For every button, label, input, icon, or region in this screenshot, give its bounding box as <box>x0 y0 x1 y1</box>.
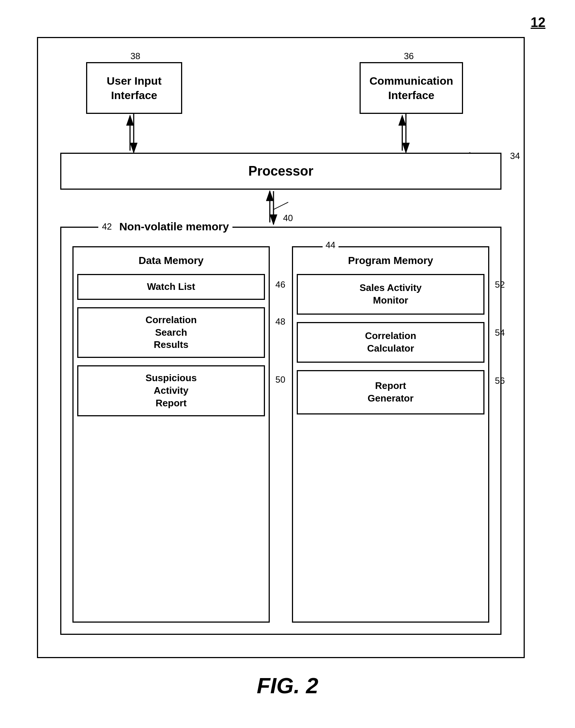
suspicious-activity-report-box: SuspiciousActivityReport <box>77 365 265 416</box>
user-input-interface-label: User InputInterface <box>107 74 161 102</box>
report-generator-box: ReportGenerator <box>297 370 484 414</box>
ref-52: 52 <box>495 280 505 290</box>
correlation-calculator-label: CorrelationCalculator <box>365 330 416 355</box>
ref-50: 50 <box>275 375 285 385</box>
watch-list-label: Watch List <box>147 281 195 293</box>
svg-line-11 <box>273 202 288 210</box>
nvm-title-label: Non-volatile memory <box>119 220 229 233</box>
ref-48: 48 <box>275 316 285 327</box>
ref-46: 46 <box>275 280 285 290</box>
report-generator-label: ReportGenerator <box>368 380 414 405</box>
page-number: 12 <box>531 15 545 30</box>
main-diagram: 38 User InputInterface 36 CommunicationI… <box>37 37 525 658</box>
program-memory-title: Program Memory <box>297 255 484 267</box>
correlation-calculator-box: CorrelationCalculator <box>297 322 484 363</box>
user-input-interface-box: User InputInterface <box>86 62 182 114</box>
sales-activity-monitor-label: Sales ActivityMonitor <box>360 282 422 307</box>
watch-list-box: Watch List <box>77 274 265 300</box>
figure-label: FIG. 2 <box>257 673 319 698</box>
data-memory-section: Data Memory 46 Watch List 48 Correlation… <box>72 246 270 623</box>
nvm-outer-box: 42 Non-volatile memory 40 Data Memory 46… <box>60 227 501 635</box>
ref-36: 36 <box>404 51 414 61</box>
suspicious-activity-report-label: SuspiciousActivityReport <box>146 372 197 409</box>
program-memory-section: 44 Program Memory 52 Sales ActivityMonit… <box>292 246 489 623</box>
correlation-search-results-box: CorrelationSearchResults <box>77 307 265 358</box>
communication-interface-label: CommunicationInterface <box>370 74 453 102</box>
ref-56: 56 <box>495 376 505 386</box>
ref-42: 42 <box>102 221 112 232</box>
ref-38: 38 <box>130 51 140 61</box>
ref-54: 54 <box>495 328 505 338</box>
ref-44: 44 <box>326 240 336 250</box>
sales-activity-monitor-box: Sales ActivityMonitor <box>297 274 484 315</box>
ref-40: 40 <box>283 213 293 223</box>
communication-interface-box: CommunicationInterface <box>360 62 463 114</box>
processor-box: Processor <box>60 153 501 190</box>
ref-34: 34 <box>510 151 520 161</box>
correlation-search-results-label: CorrelationSearchResults <box>146 314 197 351</box>
processor-label: Processor <box>248 163 313 179</box>
data-memory-title: Data Memory <box>77 255 265 267</box>
